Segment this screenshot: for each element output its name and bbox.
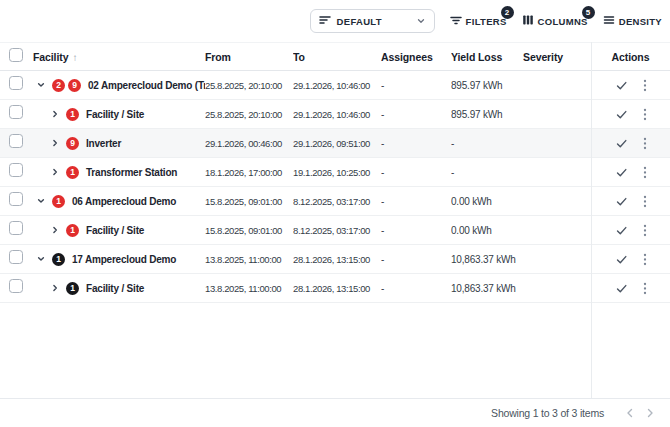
columns-label: COLUMNS: [538, 16, 588, 27]
table-row: 9Inverter29.1.2026, 00:46:0029.1.2026, 0…: [0, 129, 670, 158]
issue-count-badge: 9: [66, 137, 79, 150]
resolve-check-button[interactable]: [615, 79, 628, 92]
row-checkbox[interactable]: [9, 279, 23, 293]
facility-name: Facility / Site: [86, 283, 144, 294]
cell-from: 13.8.2025, 11:00:00: [205, 283, 293, 294]
row-menu-button[interactable]: [643, 195, 647, 208]
issue-count-badge: 1: [66, 108, 79, 121]
chevron-right-icon[interactable]: [49, 167, 61, 177]
chevron-down-icon[interactable]: [35, 80, 47, 90]
cell-assignees: -: [381, 225, 451, 236]
next-page-button[interactable]: [640, 403, 660, 423]
issue-count-badge: 1: [52, 195, 65, 208]
resolve-check-button[interactable]: [615, 253, 628, 266]
facility-header-label: Facility: [33, 51, 68, 63]
select-all-checkbox[interactable]: [9, 48, 23, 62]
resolve-check-button[interactable]: [615, 137, 628, 150]
issue-count-badge: 1: [66, 224, 79, 237]
cell-from: 18.1.2026, 17:00:00: [205, 167, 293, 178]
columns-count-badge: 5: [582, 6, 595, 19]
row-menu-button[interactable]: [643, 79, 647, 92]
actions-column-divider: [591, 42, 592, 398]
resolve-check-button[interactable]: [615, 282, 628, 295]
row-menu-button[interactable]: [643, 166, 647, 179]
resolve-check-button[interactable]: [615, 108, 628, 121]
cell-to: 29.1.2026, 10:46:00: [293, 109, 381, 120]
row-menu-button[interactable]: [643, 137, 647, 150]
columns-button[interactable]: COLUMNS 5: [522, 14, 588, 28]
filter-icon: [450, 14, 462, 28]
chevron-right-icon[interactable]: [49, 109, 61, 119]
issues-table: Facility↑ From To Assignees Yield Loss S…: [0, 42, 670, 303]
cell-from: 25.8.2025, 20:10:00: [205, 109, 293, 120]
table-row: 1Transformer Station18.1.2026, 17:00:001…: [0, 158, 670, 187]
facility-name: 02 Amperecloud Demo (Trafostatic: [88, 80, 205, 91]
cell-yield-loss: 895.97 kWh: [451, 109, 523, 120]
issue-count-badge: 2: [52, 79, 65, 92]
filters-button[interactable]: FILTERS 2: [450, 14, 507, 28]
cell-assignees: -: [381, 138, 451, 149]
cell-to: 29.1.2026, 09:51:00: [293, 138, 381, 149]
chevron-right-icon[interactable]: [49, 283, 61, 293]
sort-asc-icon: ↑: [72, 52, 77, 63]
cell-yield-loss: 895.97 kWh: [451, 80, 523, 91]
cell-from: 13.8.2025, 11:00:00: [205, 254, 293, 265]
cell-from: 25.8.2025, 20:10:00: [205, 80, 293, 91]
row-checkbox[interactable]: [9, 250, 23, 264]
pagination-footer: Showing 1 to 3 of 3 items: [0, 398, 670, 427]
row-checkbox[interactable]: [9, 221, 23, 235]
chevron-down-icon: [416, 12, 426, 30]
facility-name: Facility / Site: [86, 109, 144, 120]
facility-name: 17 Amperecloud Demo: [72, 254, 176, 265]
cell-to: 29.1.2026, 10:46:00: [293, 80, 381, 91]
resolve-check-button[interactable]: [615, 224, 628, 237]
resolve-check-button[interactable]: [615, 195, 628, 208]
density-button[interactable]: DENSITY: [603, 14, 662, 28]
cell-from: 15.8.2025, 09:01:00: [205, 196, 293, 207]
chevron-down-icon[interactable]: [35, 196, 47, 206]
chevron-right-icon[interactable]: [49, 225, 61, 235]
toolbar: DEFAULT FILTERS 2 COLUMNS 5 DENSITY: [0, 0, 670, 42]
row-checkbox[interactable]: [9, 134, 23, 148]
cell-assignees: -: [381, 80, 451, 91]
row-menu-button[interactable]: [643, 253, 647, 266]
row-checkbox[interactable]: [9, 105, 23, 119]
cell-assignees: -: [381, 254, 451, 265]
density-label: DENSITY: [619, 16, 662, 27]
cell-assignees: -: [381, 196, 451, 207]
row-menu-button[interactable]: [643, 282, 647, 295]
row-checkbox[interactable]: [9, 163, 23, 177]
cell-assignees: -: [381, 109, 451, 120]
issue-count-badge: 9: [68, 79, 81, 92]
column-header-assignees: Assignees: [381, 51, 451, 63]
prev-page-button[interactable]: [620, 403, 640, 423]
chevron-down-icon[interactable]: [35, 254, 47, 264]
view-select-dropdown[interactable]: DEFAULT: [310, 9, 435, 33]
cell-yield-loss: -: [451, 138, 523, 149]
row-checkbox[interactable]: [9, 76, 23, 90]
resolve-check-button[interactable]: [615, 166, 628, 179]
cell-to: 19.1.2026, 10:25:00: [293, 167, 381, 178]
row-menu-button[interactable]: [643, 108, 647, 121]
cell-assignees: -: [381, 167, 451, 178]
pagination-summary: Showing 1 to 3 of 3 items: [491, 407, 604, 419]
table-row: 1Facility / Site13.8.2025, 11:00:0028.1.…: [0, 274, 670, 303]
columns-icon: [522, 14, 534, 28]
cell-to: 28.1.2026, 13:15:00: [293, 283, 381, 294]
issue-count-badge: 1: [66, 166, 79, 179]
chevron-right-icon[interactable]: [49, 138, 61, 148]
cell-to: 28.1.2026, 13:15:00: [293, 254, 381, 265]
facility-name: Inverter: [86, 138, 121, 149]
column-header-yield-loss: Yield Loss: [451, 51, 523, 63]
cell-yield-loss: 10,863.37 kWh: [451, 254, 523, 265]
filter-lines-icon: [319, 12, 331, 30]
row-menu-button[interactable]: [643, 224, 647, 237]
cell-yield-loss: 0.00 kWh: [451, 196, 523, 207]
cell-from: 29.1.2026, 00:46:00: [205, 138, 293, 149]
table-row: 1Facility / Site25.8.2025, 20:10:0029.1.…: [0, 100, 670, 129]
column-header-facility[interactable]: Facility↑: [33, 51, 205, 63]
row-checkbox[interactable]: [9, 192, 23, 206]
filters-label: FILTERS: [466, 16, 507, 27]
table-row: 106 Amperecloud Demo15.8.2025, 09:01:008…: [0, 187, 670, 216]
cell-yield-loss: 0.00 kWh: [451, 225, 523, 236]
